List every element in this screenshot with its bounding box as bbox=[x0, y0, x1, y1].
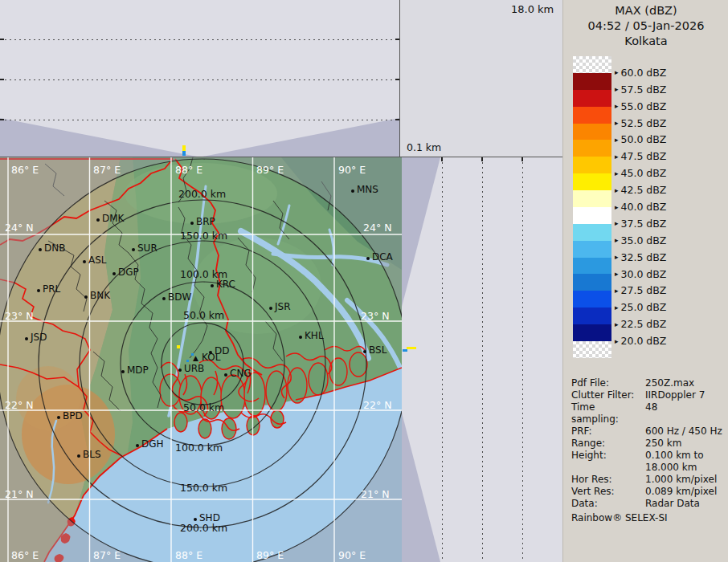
metadata-row: Data:Radar Data bbox=[571, 498, 722, 510]
station-label: BSL bbox=[369, 344, 386, 356]
dbz-value: 35.0 dBZ bbox=[621, 234, 667, 246]
legend-title: MAX (dBZ) 04:52 / 05-Jan-2026 Kolkata bbox=[563, 3, 728, 49]
arrow-icon: ▸ bbox=[615, 186, 619, 194]
grid-label: 22° N bbox=[5, 399, 33, 411]
station-dot bbox=[224, 373, 227, 377]
grid-label: 23° N bbox=[361, 310, 389, 322]
metadata-row: Time sampling:48 bbox=[571, 401, 722, 426]
metadata-row: Range:250 km bbox=[571, 438, 722, 450]
station-dot bbox=[84, 295, 88, 299]
station-label: BNK bbox=[90, 290, 110, 301]
dbz-value: 50.0 dBZ bbox=[621, 133, 667, 145]
legend-dbz-label: ▸30.0 dBZ bbox=[615, 268, 666, 280]
dbz-value: 55.0 dBZ bbox=[621, 100, 667, 112]
dbz-value: 60.0 dBZ bbox=[621, 67, 667, 79]
grid-label: 21° N bbox=[5, 488, 33, 500]
range-ring-label: 100.0 km bbox=[175, 442, 223, 454]
station-label: DGP bbox=[118, 267, 139, 278]
metadata-value: IIRDoppler 7 bbox=[645, 389, 705, 401]
station-dot bbox=[178, 369, 182, 372]
arrow-icon: ▸ bbox=[615, 68, 619, 76]
station-label: KRC bbox=[216, 279, 235, 290]
axis-tick bbox=[521, 157, 523, 161]
beam-shadow-wedge-right bbox=[198, 117, 399, 157]
dbz-value: 30.0 dBZ bbox=[621, 268, 667, 280]
station-dot bbox=[190, 222, 194, 225]
range-ring-label: 200.0 km bbox=[178, 188, 226, 200]
range-ring-label: 50.0 km bbox=[183, 309, 224, 321]
grid-label: 90° E bbox=[338, 549, 366, 561]
top-panel-border bbox=[399, 0, 400, 157]
station-label: SHD bbox=[199, 512, 220, 523]
metadata-row: Clutter Filter:IIRDoppler 7 bbox=[571, 389, 722, 401]
station-dot bbox=[57, 416, 60, 419]
height-gridline bbox=[522, 157, 523, 562]
grid-label: 24° N bbox=[363, 222, 391, 234]
profile-echo-blue bbox=[182, 151, 186, 156]
legend-swatch bbox=[573, 124, 611, 140]
metadata-label: Pdf File: bbox=[571, 377, 645, 389]
legend-dbz-label: ▸47.5 dBZ bbox=[615, 150, 666, 162]
range-ring-label: 150.0 km bbox=[180, 230, 227, 242]
legend-swatch bbox=[573, 341, 611, 358]
legend-swatch bbox=[573, 224, 611, 241]
metadata-value: 600 Hz / 450 Hz bbox=[645, 426, 722, 438]
arrow-icon: ▸ bbox=[615, 270, 619, 278]
legend-swatch bbox=[573, 241, 611, 258]
legend-swatch bbox=[573, 173, 611, 190]
range-ring-label: 150.0 km bbox=[180, 482, 227, 494]
station-dot bbox=[299, 336, 302, 339]
radar-application-window: 18.0 km 0.1 km bbox=[0, 0, 728, 562]
beam-shadow-wedge-top bbox=[402, 157, 440, 307]
grid-label: 22° N bbox=[363, 399, 391, 411]
arrow-icon: ▸ bbox=[615, 102, 619, 110]
metadata-label: Hor Res: bbox=[571, 474, 645, 486]
dbz-value: 37.5 dBZ bbox=[621, 218, 667, 230]
dbz-value: 32.5 dBZ bbox=[621, 251, 667, 263]
software-name: Rainbow® SELEX-SI bbox=[571, 512, 722, 524]
legend-dbz-label: ▸50.0 dBZ bbox=[615, 133, 666, 145]
station-dot bbox=[351, 189, 354, 193]
station-dot bbox=[136, 444, 139, 447]
grid-label: 86° E bbox=[11, 549, 39, 561]
arrow-icon: ▸ bbox=[615, 85, 619, 93]
product-title: MAX (dBZ) bbox=[563, 3, 728, 18]
metadata-value: 0.089 km/pixel bbox=[645, 486, 717, 498]
height-gridline bbox=[0, 120, 400, 120]
grid-label: 23° N bbox=[5, 310, 33, 322]
axis-tick bbox=[0, 79, 4, 80]
metadata-value: 250 km bbox=[645, 438, 681, 450]
range-ring-label: 200.0 km bbox=[180, 522, 227, 534]
legend-swatch bbox=[573, 107, 611, 124]
arrow-icon: ▸ bbox=[615, 119, 619, 127]
metadata-value: 0.100 km to bbox=[645, 450, 704, 462]
station-dot bbox=[363, 350, 366, 353]
station-label: BPD bbox=[63, 410, 83, 422]
height-min-label: 0.1 km bbox=[407, 141, 441, 153]
station-label: JSR bbox=[275, 301, 291, 312]
height-gridline bbox=[442, 157, 443, 562]
profile-echo-blue bbox=[403, 349, 407, 352]
arrow-icon: ▸ bbox=[615, 236, 619, 244]
station-label: MDP bbox=[127, 364, 149, 376]
metadata-value: 250Z.max bbox=[645, 377, 694, 389]
dbz-value: 25.0 dBZ bbox=[621, 301, 667, 313]
dbz-value: 52.5 dBZ bbox=[621, 117, 667, 129]
station-label: PRL bbox=[43, 283, 60, 295]
radar-station-name: Kolkata bbox=[563, 34, 728, 49]
station-dot bbox=[194, 518, 197, 521]
arrow-icon: ▸ bbox=[615, 337, 619, 345]
height-gridline bbox=[0, 79, 400, 80]
legend-dbz-label: ▸40.0 dBZ bbox=[615, 201, 666, 213]
metadata-label: Data: bbox=[571, 498, 645, 510]
radar-map[interactable]: 86° E87° E88° E89° E90° E86° E87° E88° E… bbox=[0, 157, 402, 562]
station-label: DMK bbox=[102, 213, 124, 224]
legend-dbz-label: ▸22.5 dBZ bbox=[615, 318, 666, 330]
grid-label: 89° E bbox=[256, 164, 284, 176]
station-dot bbox=[269, 307, 272, 310]
station-label: BRP bbox=[196, 216, 215, 227]
station-dot bbox=[211, 284, 214, 287]
dbz-value: 20.0 dBZ bbox=[621, 335, 667, 347]
legend-dbz-label: ▸45.0 dBZ bbox=[615, 167, 666, 179]
station-label: DCA bbox=[372, 251, 393, 263]
